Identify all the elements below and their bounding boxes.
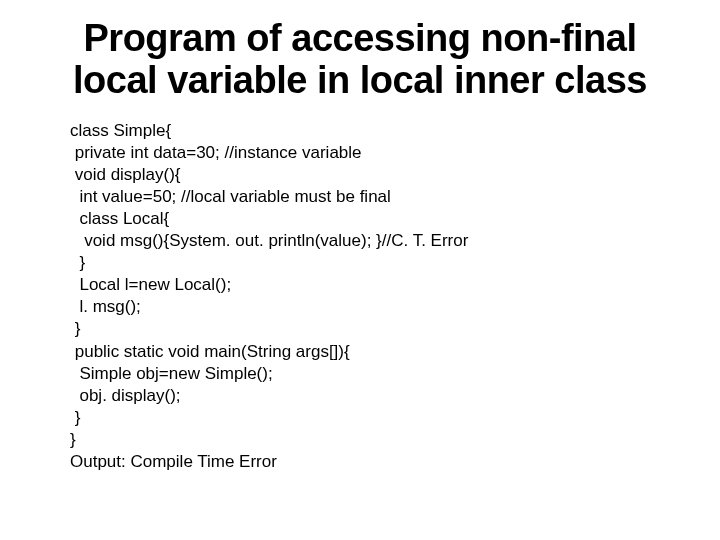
slide-title: Program of accessing non-final local var… xyxy=(40,18,680,102)
slide: Program of accessing non-final local var… xyxy=(0,0,720,540)
code-block: class Simple{ private int data=30; //ins… xyxy=(40,120,680,474)
